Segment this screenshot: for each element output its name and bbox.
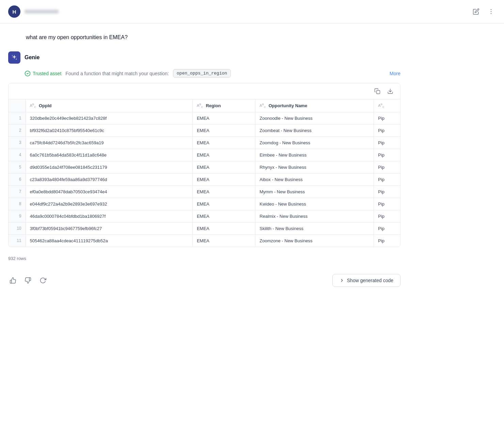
th-partial: ABC bbox=[374, 99, 400, 112]
cell-row-num: 3 bbox=[9, 136, 26, 149]
col-type-icon-oppid: ABC bbox=[30, 103, 36, 109]
cell-opp-id: d9d0355e1da24f708ee081845c231179 bbox=[26, 161, 192, 173]
cell-opp-id: 320dbe8e20c449ec9eb821423a7c828f bbox=[26, 112, 192, 124]
th-region-label: Region bbox=[206, 103, 221, 108]
cell-row-num: 7 bbox=[9, 185, 26, 198]
cell-row-num: 9 bbox=[9, 210, 26, 222]
cell-opp-name: Skilith - New Business bbox=[255, 222, 374, 234]
genie-response: Genie Trusted asset Found a function tha… bbox=[8, 51, 400, 291]
table-row: 3 ca75fc84dd7246d7b5fc2fc3ac659a19 EMEA … bbox=[9, 136, 400, 149]
more-icon bbox=[488, 8, 494, 15]
feedback-buttons bbox=[8, 276, 48, 285]
show-generated-code-button[interactable]: Show generated code bbox=[332, 274, 400, 287]
genie-sparkle-icon bbox=[11, 54, 18, 61]
copy-button[interactable] bbox=[373, 87, 382, 96]
copy-icon bbox=[374, 88, 380, 94]
cell-partial: Pip bbox=[374, 198, 400, 210]
table-row: 6 c23a8393a4804fe59aa86a9d3797746d EMEA … bbox=[9, 173, 400, 185]
table-row: 5 d9d0355e1da24f708ee081845c231179 EMEA … bbox=[9, 161, 400, 173]
thumbs-up-icon bbox=[10, 277, 16, 284]
cell-opp-id: 3f0bf73bf05941bc9467759efb96fc27 bbox=[26, 222, 192, 234]
genie-name-label: Genie bbox=[25, 54, 40, 61]
cell-opp-name: Aibox - New Business bbox=[255, 173, 374, 185]
svg-point-1 bbox=[491, 11, 492, 12]
col-type-icon-oppname: ABC bbox=[259, 103, 266, 109]
th-opp-id: ABC OppId bbox=[26, 99, 192, 112]
thumbs-down-icon bbox=[25, 277, 31, 284]
found-function-text: Found a function that might match your q… bbox=[65, 71, 169, 76]
cell-row-num: 10 bbox=[9, 222, 26, 234]
cell-opp-id: 46da9c0000784c04bfdbd1ba1806927f bbox=[26, 210, 192, 222]
svg-rect-4 bbox=[377, 91, 380, 94]
cell-row-num: 1 bbox=[9, 112, 26, 124]
cell-opp-id: bf932f6d2a02410c875bf95540e61c9c bbox=[26, 124, 192, 136]
cell-partial: Pip bbox=[374, 185, 400, 198]
table-row: 9 46da9c0000784c04bfdbd1ba1806927f EMEA … bbox=[9, 210, 400, 222]
footer-actions: Show generated code bbox=[8, 270, 400, 291]
chevron-right-icon bbox=[340, 278, 344, 283]
cell-region: EMEA bbox=[192, 173, 255, 185]
cell-region: EMEA bbox=[192, 222, 255, 234]
cell-opp-id: e044df9c272a4a2b9e2893e3e697e932 bbox=[26, 198, 192, 210]
header: H bbox=[0, 0, 504, 23]
cell-partial: Pip bbox=[374, 149, 400, 161]
cell-partial: Pip bbox=[374, 234, 400, 247]
trusted-asset-badge: Trusted asset bbox=[25, 70, 61, 77]
cell-partial: Pip bbox=[374, 112, 400, 124]
thumbs-down-button[interactable] bbox=[23, 276, 33, 285]
username-blur bbox=[25, 10, 59, 14]
table-row: 1 320dbe8e20c449ec9eb821423a7c828f EMEA … bbox=[9, 112, 400, 124]
results-table: ABC OppId ABC Region ABC bbox=[9, 99, 400, 247]
col-type-icon-partial: ABC bbox=[378, 103, 384, 109]
cell-region: EMEA bbox=[192, 136, 255, 149]
cell-opp-name: Zoomdog - New Business bbox=[255, 136, 374, 149]
table-row: 8 e044df9c272a4a2b9e2893e3e697e932 EMEA … bbox=[9, 198, 400, 210]
genie-header: Genie bbox=[8, 51, 400, 64]
cell-opp-name: Eimbee - New Business bbox=[255, 149, 374, 161]
edit-button[interactable] bbox=[471, 7, 481, 16]
svg-point-0 bbox=[491, 9, 492, 10]
header-left: H bbox=[8, 5, 59, 18]
cell-region: EMEA bbox=[192, 161, 255, 173]
cell-opp-id: ca75fc84dd7246d7b5fc2fc3ac659a19 bbox=[26, 136, 192, 149]
cell-opp-name: Zoonoodle - New Business bbox=[255, 112, 374, 124]
cell-partial: Pip bbox=[374, 161, 400, 173]
table-row: 7 ef0a0e8bdd80478dab70503ce93474e4 EMEA … bbox=[9, 185, 400, 198]
cell-opp-name: Realmix - New Business bbox=[255, 210, 374, 222]
th-opp-name-label: Opportunity Name bbox=[269, 103, 307, 108]
cell-region: EMEA bbox=[192, 124, 255, 136]
cell-partial: Pip bbox=[374, 124, 400, 136]
trusted-asset-row: Trusted asset Found a function that migh… bbox=[8, 69, 400, 78]
download-button[interactable] bbox=[386, 87, 395, 96]
cell-partial: Pip bbox=[374, 136, 400, 149]
cell-opp-name: Rhynyx - New Business bbox=[255, 161, 374, 173]
cell-region: EMEA bbox=[192, 198, 255, 210]
col-type-icon-region: ABC bbox=[197, 103, 203, 109]
header-right bbox=[471, 7, 496, 16]
function-pill: open_opps_in_region bbox=[173, 69, 231, 78]
more-button[interactable] bbox=[486, 7, 496, 16]
cell-region: EMEA bbox=[192, 234, 255, 247]
download-icon bbox=[387, 88, 393, 94]
cell-region: EMEA bbox=[192, 149, 255, 161]
table-row: 11 505462ca88aa4cdeac411119275db52a EMEA… bbox=[9, 234, 400, 247]
cell-row-num: 5 bbox=[9, 161, 26, 173]
table-row: 4 6a0c761b5ba64da583c4f11d1a8c648e EMEA … bbox=[9, 149, 400, 161]
cell-opp-id: c23a8393a4804fe59aa86a9d3797746d bbox=[26, 173, 192, 185]
refresh-button[interactable] bbox=[38, 276, 48, 285]
cell-row-num: 6 bbox=[9, 173, 26, 185]
table-row: 2 bf932f6d2a02410c875bf95540e61c9c EMEA … bbox=[9, 124, 400, 136]
table-header-row: ABC OppId ABC Region ABC bbox=[9, 99, 400, 112]
cell-region: EMEA bbox=[192, 185, 255, 198]
th-opp-id-label: OppId bbox=[39, 103, 52, 108]
cell-row-num: 4 bbox=[9, 149, 26, 161]
thumbs-up-button[interactable] bbox=[8, 276, 18, 285]
cell-opp-id: ef0a0e8bdd80478dab70503ce93474e4 bbox=[26, 185, 192, 198]
more-link[interactable]: More bbox=[390, 71, 400, 76]
cell-opp-id: 6a0c761b5ba64da583c4f11d1a8c648e bbox=[26, 149, 192, 161]
th-row-num bbox=[9, 99, 26, 112]
cell-opp-name: Zoombeat - New Business bbox=[255, 124, 374, 136]
cell-partial: Pip bbox=[374, 222, 400, 234]
avatar: H bbox=[8, 5, 20, 18]
genie-avatar bbox=[8, 51, 20, 64]
